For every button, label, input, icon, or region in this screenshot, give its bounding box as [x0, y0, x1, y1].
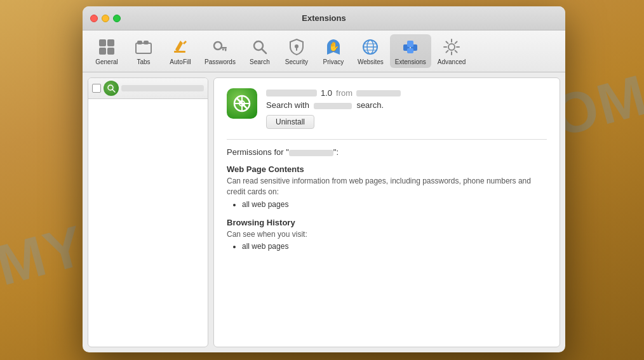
- security-icon: [286, 37, 307, 57]
- svg-rect-25: [407, 48, 413, 53]
- permission-list-1: all web pages: [227, 242, 547, 251]
- svg-rect-0: [99, 39, 106, 46]
- ext-name-placeholder: [266, 90, 317, 97]
- search-label: Search: [250, 58, 270, 65]
- svg-rect-6: [144, 41, 149, 44]
- extension-header: 1.0 from Search with search. Uninstall: [227, 88, 547, 129]
- toolbar-item-websites[interactable]: Websites: [352, 34, 389, 68]
- advanced-label: Advanced: [438, 58, 466, 65]
- svg-rect-3: [107, 48, 114, 55]
- extension-info: 1.0 from Search with search. Uninstall: [266, 88, 547, 129]
- sidebar: [88, 77, 208, 347]
- svg-rect-10: [225, 49, 227, 51]
- toolbar-item-tabs[interactable]: Tabs: [126, 34, 161, 68]
- sidebar-checkbox[interactable]: [92, 84, 101, 93]
- extension-icon: [227, 88, 257, 119]
- toolbar-item-search[interactable]: Search: [242, 34, 278, 68]
- permissions-suffix: ":: [333, 147, 339, 157]
- passwords-label: Passwords: [205, 58, 236, 65]
- security-label: Security: [285, 58, 308, 65]
- svg-rect-9: [221, 47, 227, 49]
- permission-list-0: all web pages: [227, 200, 547, 209]
- svg-rect-15: [296, 48, 297, 51]
- main-window: Extensions General T: [83, 6, 565, 352]
- toolbar-item-general[interactable]: General: [89, 34, 124, 68]
- extensions-label: Extensions: [395, 58, 426, 65]
- toolbar-item-security[interactable]: Security: [279, 34, 314, 68]
- permission-title-1: Browsing History: [227, 218, 547, 227]
- toolbar-item-extensions[interactable]: Extensions: [390, 34, 431, 68]
- sidebar-item-name: [121, 85, 204, 91]
- svg-rect-11: [222, 49, 224, 51]
- title-bar: Extensions: [83, 6, 565, 30]
- permissions-label: Permissions for "":: [227, 147, 547, 157]
- advanced-icon: [441, 37, 462, 57]
- ext-version: 1.0: [321, 88, 332, 98]
- permission-section-0: Web Page Contents Can read sensitive inf…: [227, 164, 547, 209]
- content-area: 1.0 from Search with search. Uninstall P…: [83, 72, 565, 352]
- privacy-label: Privacy: [323, 58, 344, 65]
- tabs-label: Tabs: [137, 58, 150, 65]
- svg-point-26: [448, 44, 455, 50]
- permission-title-0: Web Page Contents: [227, 164, 547, 174]
- svg-rect-5: [137, 41, 142, 44]
- permission-item-1-0: all web pages: [242, 242, 547, 251]
- svg-line-13: [262, 49, 266, 53]
- search-with-label: Search with: [266, 100, 309, 110]
- traffic-lights: [90, 15, 121, 22]
- general-icon: [97, 37, 117, 57]
- svg-rect-24: [407, 41, 413, 47]
- ext-name-row: 1.0 from: [266, 88, 547, 98]
- autofill-icon: [170, 37, 191, 57]
- svg-rect-7: [174, 51, 185, 53]
- permissions-prefix: Permissions for ": [227, 147, 289, 157]
- minimize-button[interactable]: [102, 15, 109, 22]
- sidebar-toolbar: [88, 78, 208, 99]
- svg-line-28: [112, 90, 115, 92]
- search-icon: [250, 37, 270, 57]
- sidebar-extension-icon: [104, 81, 119, 96]
- permission-item-0-0: all web pages: [242, 200, 547, 209]
- svg-point-8: [214, 42, 222, 50]
- toolbar-item-advanced[interactable]: Advanced: [433, 34, 471, 68]
- passwords-icon: [210, 37, 230, 57]
- permission-section-1: Browsing History Can see when you visit:…: [227, 218, 547, 251]
- window-title: Extensions: [302, 13, 345, 23]
- ext-from-label: from: [336, 88, 352, 98]
- sidebar-content: [88, 99, 208, 347]
- toolbar: General Tabs AutoFill: [83, 30, 565, 72]
- svg-rect-4: [136, 43, 151, 53]
- divider: [227, 139, 547, 140]
- close-button[interactable]: [90, 15, 98, 22]
- toolbar-item-passwords[interactable]: Passwords: [199, 34, 241, 68]
- general-label: General: [95, 58, 118, 65]
- svg-text:✋: ✋: [328, 41, 339, 52]
- ext-description: Search with search.: [266, 100, 547, 110]
- extensions-icon: [400, 37, 420, 57]
- toolbar-item-privacy[interactable]: ✋ Privacy: [316, 34, 351, 68]
- svg-rect-1: [107, 39, 114, 46]
- tabs-icon: [133, 37, 154, 57]
- uninstall-button[interactable]: Uninstall: [266, 115, 314, 129]
- main-panel: 1.0 from Search with search. Uninstall P…: [213, 77, 560, 347]
- autofill-label: AutoFill: [170, 58, 191, 65]
- maximize-button[interactable]: [113, 15, 121, 22]
- toolbar-item-autofill[interactable]: AutoFill: [163, 34, 198, 68]
- permission-desc-1: Can see when you visit:: [227, 229, 547, 240]
- websites-label: Websites: [358, 58, 384, 65]
- privacy-icon: ✋: [323, 37, 344, 57]
- svg-rect-2: [99, 48, 106, 55]
- permission-desc-0: Can read sensitive information from web …: [227, 176, 547, 197]
- ext-from-name: [356, 90, 401, 97]
- search-suffix: search.: [356, 100, 384, 110]
- websites-icon: [360, 37, 380, 57]
